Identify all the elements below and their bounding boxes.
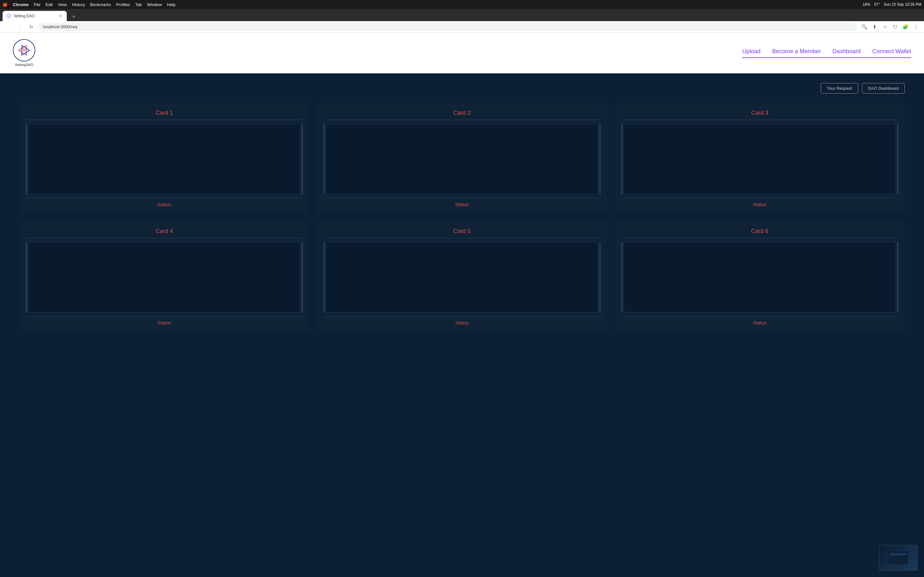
- card-5-status-area: Status: [323, 316, 601, 326]
- forward-button[interactable]: →: [15, 23, 24, 31]
- bookmark-icon[interactable]: ☆: [880, 23, 889, 31]
- svg-rect-6: [901, 556, 906, 563]
- card-5-img-left: [323, 242, 325, 313]
- action-buttons: Your Request DAO Dashboard: [19, 83, 905, 93]
- nav-links: Upload Become a Member Dashboard Connect…: [742, 48, 911, 58]
- bookmarks-menu[interactable]: Bookmarks: [90, 2, 111, 7]
- card-4: Card 4 Status: [19, 221, 309, 332]
- card-4-img-left: [26, 242, 27, 313]
- svg-rect-5: [896, 556, 901, 563]
- card-6-status: Status: [753, 320, 767, 326]
- tab-menu[interactable]: Tab: [135, 2, 142, 7]
- card-5: Card 5 Status: [317, 221, 607, 332]
- card-2-img-main: [326, 124, 598, 194]
- extensions-icon[interactable]: 🧩: [901, 23, 910, 31]
- card-6-img-left: [621, 242, 622, 313]
- history-menu[interactable]: History: [72, 2, 85, 7]
- help-menu[interactable]: Help: [167, 2, 176, 7]
- card-2-img-left: [323, 124, 325, 194]
- tab-title: Vetting DAO: [13, 14, 55, 18]
- browser-tab[interactable]: V Vetting DAO ✕: [3, 11, 67, 21]
- view-menu[interactable]: View: [58, 2, 67, 7]
- card-6-status-area: Status: [621, 316, 898, 326]
- site-body: Your Request DAO Dashboard Card 1 Status…: [0, 73, 924, 577]
- edit-menu[interactable]: Edit: [45, 2, 53, 7]
- card-3-img-main: [624, 124, 896, 194]
- card-1: Card 1 Status: [19, 103, 309, 214]
- tab-close-button[interactable]: ✕: [58, 13, 63, 19]
- card-3-title: Card 3: [621, 110, 898, 120]
- logo-text: VettingDAO: [15, 63, 33, 67]
- card-4-title: Card 4: [26, 228, 303, 238]
- temperature: 57°: [874, 2, 880, 7]
- card-6-title: Card 6: [621, 228, 898, 238]
- window-menu[interactable]: Window: [147, 2, 162, 7]
- preview-thumbnail: [879, 545, 918, 571]
- card-3-image-area: [621, 124, 898, 194]
- card-4-status-area: Status: [26, 316, 303, 326]
- nav-become-member[interactable]: Become a Member: [772, 48, 821, 55]
- svg-marker-0: [19, 45, 26, 55]
- share-icon[interactable]: ⬆: [870, 23, 879, 31]
- card-2-status-area: Status: [323, 198, 601, 207]
- card-2-image-area: [323, 124, 601, 194]
- card-4-image-area: [26, 242, 303, 313]
- profiles-menu[interactable]: Profiles: [116, 2, 130, 7]
- card-3-img-right: [897, 124, 898, 194]
- dao-dashboard-button[interactable]: DAO Dashboard: [862, 83, 905, 93]
- page-content: VettingDAO Upload Become a Member Dashbo…: [0, 33, 924, 577]
- card-5-img-right: [599, 242, 601, 313]
- tab-favicon: V: [6, 14, 11, 18]
- card-5-title: Card 5: [323, 228, 601, 238]
- menubar: 🍎 Chrome File Edit View History Bookmark…: [0, 0, 924, 9]
- card-1-status: Status: [158, 201, 171, 207]
- card-6-image-area: [621, 242, 898, 313]
- card-5-status: Status: [455, 320, 469, 326]
- menu-icon[interactable]: ⋮: [911, 23, 920, 31]
- back-button[interactable]: ←: [4, 23, 13, 31]
- card-1-image-area: [26, 124, 303, 194]
- menubar-right: 18% 57° Sun 25 Sep 10:36 PM: [863, 2, 921, 7]
- card-3: Card 3 Status: [615, 103, 905, 214]
- card-1-title: Card 1: [26, 110, 303, 120]
- tab-bar: V Vetting DAO ✕ +: [0, 9, 924, 21]
- card-4-img-main: [28, 242, 300, 313]
- card-6-img-right: [897, 242, 898, 313]
- nav-dashboard[interactable]: Dashboard: [833, 48, 861, 55]
- logo-container: VettingDAO: [13, 39, 35, 67]
- card-4-img-right: [302, 242, 303, 313]
- card-2-img-right: [599, 124, 601, 194]
- card-5-img-main: [326, 242, 598, 313]
- apple-menu[interactable]: 🍎: [3, 2, 8, 7]
- card-6: Card 6 Status: [615, 221, 905, 332]
- preview-inner: [879, 545, 917, 570]
- nav-upload[interactable]: Upload: [742, 48, 760, 55]
- svg-rect-4: [890, 556, 895, 563]
- card-1-img-right: [302, 124, 303, 194]
- app-name[interactable]: Chrome: [13, 2, 29, 7]
- card-2-status: Status: [455, 201, 469, 207]
- nav-connect-wallet[interactable]: Connect Wallet: [872, 48, 911, 55]
- card-3-status: Status: [753, 201, 767, 207]
- battery-status: 18%: [863, 2, 870, 7]
- preview-svg: [889, 551, 908, 564]
- card-3-img-left: [621, 124, 622, 194]
- logo-circle: [13, 39, 35, 61]
- address-bar: ← → ↻ 🔍 ⬆ ☆ 🛡 🧩 ⋮: [0, 21, 924, 33]
- card-1-status-area: Status: [26, 198, 303, 207]
- card-1-img-left: [26, 124, 27, 194]
- shield-icon[interactable]: 🛡: [891, 23, 900, 31]
- file-menu[interactable]: File: [34, 2, 40, 7]
- card-4-status: Status: [158, 320, 171, 326]
- new-tab-button[interactable]: +: [69, 12, 78, 21]
- card-6-img-main: [624, 242, 896, 313]
- toolbar-icons: 🔍 ⬆ ☆ 🛡 🧩 ⋮: [860, 23, 920, 31]
- your-request-button[interactable]: Your Request: [821, 83, 858, 93]
- datetime: Sun 25 Sep 10:36 PM: [884, 2, 921, 7]
- url-input[interactable]: [39, 23, 857, 31]
- logo-svg: [16, 42, 32, 58]
- svg-marker-1: [22, 45, 29, 55]
- card-2: Card 2 Status: [317, 103, 607, 214]
- search-icon[interactable]: 🔍: [860, 23, 869, 31]
- reload-button[interactable]: ↻: [27, 23, 36, 31]
